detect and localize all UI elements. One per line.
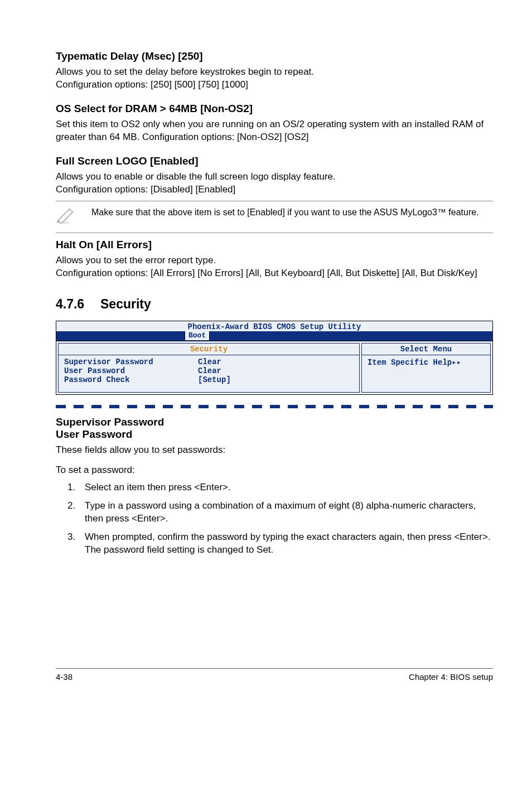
section-title: Security xyxy=(100,297,151,311)
heading-security-section: 4.7.6Security xyxy=(56,297,493,312)
bios-value: Clear xyxy=(198,357,221,366)
bios-row: Password Check [Setup] xyxy=(64,375,354,384)
list-item: When prompted, confirm the password by t… xyxy=(78,531,493,557)
text-line: Allows you to enable or disable the full… xyxy=(56,171,336,182)
note-text: Make sure that the above item is set to … xyxy=(91,207,493,219)
bios-left-pane: Security Supervisor Password Clear User … xyxy=(58,343,360,393)
bios-tabbar: Boot xyxy=(56,331,492,341)
list-item: Type in a password using a combination o… xyxy=(78,500,493,525)
pencil-icon xyxy=(56,207,77,227)
bios-dashes xyxy=(56,405,493,408)
footer-page-number: 4-38 xyxy=(56,672,72,682)
body-text: These fields allow you to set passwords: xyxy=(56,444,493,457)
heading-halt-on: Halt On [All Errors] xyxy=(56,239,493,251)
bios-right-header: Select Menu xyxy=(362,344,490,355)
body-text: Allows you to set the delay before keyst… xyxy=(56,66,493,91)
divider xyxy=(56,233,493,233)
text-line: Configuration options: [Disabled] [Enabl… xyxy=(56,184,235,195)
divider xyxy=(56,201,493,201)
heading-user-password: User Password xyxy=(56,428,493,441)
bios-left-header: Security xyxy=(59,344,359,355)
heading-typematic-delay: Typematic Delay (Msec) [250] xyxy=(56,50,493,62)
heading-supervisor-password: Supervisor Password xyxy=(56,416,493,428)
svg-point-0 xyxy=(56,221,70,224)
bios-value: Clear xyxy=(198,366,221,375)
text-line: Allows you to set the error report type. xyxy=(56,255,216,265)
heading-os-select: OS Select for DRAM > 64MB [Non-OS2] xyxy=(56,103,493,115)
bios-row: User Password Clear xyxy=(64,366,354,375)
list-item: Select an item then press <Enter>. xyxy=(78,481,493,494)
footer-chapter: Chapter 4: BIOS setup xyxy=(409,672,493,682)
body-text: Allows you to enable or disable the full… xyxy=(56,171,493,196)
bios-key: Supervisor Password xyxy=(64,357,198,366)
bios-value: [Setup] xyxy=(198,375,231,384)
bios-key: User Password xyxy=(64,366,198,375)
page-footer: 4-38 Chapter 4: BIOS setup xyxy=(56,668,493,682)
heading-full-screen-logo: Full Screen LOGO [Enabled] xyxy=(56,155,493,167)
text-line: Allows you to set the delay before keyst… xyxy=(56,66,314,77)
text-line: Configuration options: [250] [500] [750]… xyxy=(56,79,248,90)
bios-panel: Phoenix-Award BIOS CMOS Setup Utility Bo… xyxy=(56,321,493,395)
body-text: Allows you to set the error report type.… xyxy=(56,254,493,280)
bios-right-content: Item Specific Help▸▸ xyxy=(362,355,490,375)
bios-left-content: Supervisor Password Clear User Password … xyxy=(59,355,359,392)
body-text: Set this item to OS2 only when you are r… xyxy=(56,118,493,144)
bios-key: Password Check xyxy=(64,375,198,384)
section-number: 4.7.6 xyxy=(56,297,100,312)
note-block: Make sure that the above item is set to … xyxy=(56,205,493,229)
steps-list: Select an item then press <Enter>. Type … xyxy=(56,481,493,557)
text-line: Configuration options: [All Errors] [No … xyxy=(56,268,477,278)
bios-tab-boot: Boot xyxy=(185,331,210,340)
bios-title: Phoenix-Award BIOS CMOS Setup Utility xyxy=(56,321,492,331)
bios-right-pane: Select Menu Item Specific Help▸▸ xyxy=(361,343,491,393)
bios-row: Supervisor Password Clear xyxy=(64,357,354,366)
body-text: To set a password: xyxy=(56,464,493,477)
